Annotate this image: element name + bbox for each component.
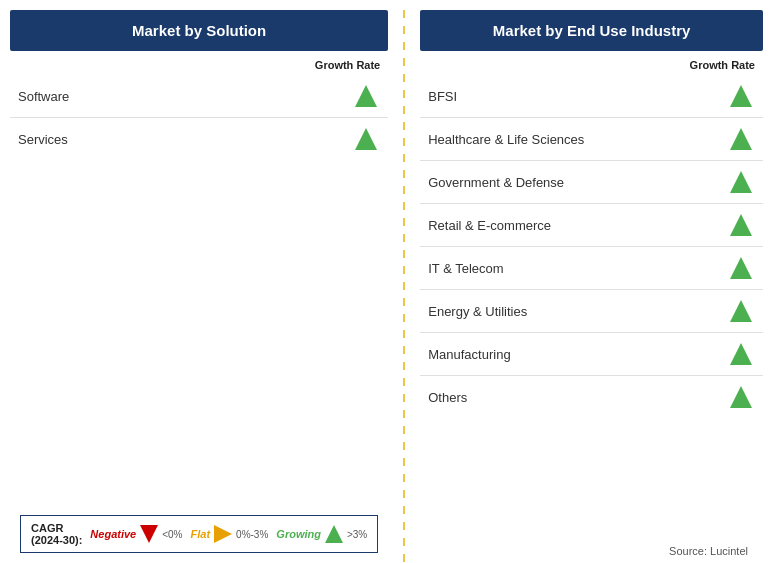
vertical-divider xyxy=(403,10,405,563)
item-label: Healthcare & Life Sciences xyxy=(428,132,727,147)
arrow-up-green-icon xyxy=(730,343,752,365)
growth-arrow-icon xyxy=(727,386,763,408)
growing-label: Growing xyxy=(276,528,321,540)
source-text: Source: Lucintel xyxy=(420,545,763,563)
negative-range: <0% xyxy=(162,529,182,540)
arrow-right-icon xyxy=(214,525,232,543)
list-item: Services xyxy=(10,118,388,160)
legend-cagr: CAGR (2024-30): xyxy=(31,522,82,546)
legend-negative: Negative <0% xyxy=(90,525,182,543)
left-growth-rate-label: Growth Rate xyxy=(10,59,388,71)
legend-container: CAGR (2024-30): Negative <0% Flat 0%-3% … xyxy=(10,507,388,563)
flat-label: Flat xyxy=(191,528,211,540)
growth-arrow-icon xyxy=(727,343,763,365)
legend-box: CAGR (2024-30): Negative <0% Flat 0%-3% … xyxy=(20,515,378,553)
list-item: BFSI xyxy=(420,75,763,118)
growth-arrow-icon xyxy=(727,214,763,236)
arrow-up-green-icon xyxy=(730,214,752,236)
item-label: Others xyxy=(428,390,727,405)
arrow-up-green-icon xyxy=(730,300,752,322)
list-item: Others xyxy=(420,376,763,418)
arrow-up-green-icon xyxy=(355,85,377,107)
list-item: Retail & E-commerce xyxy=(420,204,763,247)
legend-flat: Flat 0%-3% xyxy=(191,525,269,543)
item-label: IT & Telecom xyxy=(428,261,727,276)
item-label: Services xyxy=(18,132,352,147)
item-label: Retail & E-commerce xyxy=(428,218,727,233)
list-item: Healthcare & Life Sciences xyxy=(420,118,763,161)
growth-arrow-icon xyxy=(727,85,763,107)
arrow-up-green-icon xyxy=(730,128,752,150)
arrow-up-green-icon xyxy=(730,85,752,107)
growth-arrow-icon xyxy=(727,128,763,150)
growth-arrow-icon xyxy=(727,171,763,193)
list-item: IT & Telecom xyxy=(420,247,763,290)
arrow-up-green-icon xyxy=(730,257,752,279)
arrow-up-green-icon xyxy=(355,128,377,150)
item-label: Energy & Utilities xyxy=(428,304,727,319)
arrow-up-green-icon xyxy=(325,525,343,543)
item-label: Software xyxy=(18,89,352,104)
right-growth-rate-label: Growth Rate xyxy=(420,59,763,71)
left-header: Market by Solution xyxy=(10,10,388,51)
flat-range: 0%-3% xyxy=(236,529,268,540)
list-item: Software xyxy=(10,75,388,118)
legend-growing: Growing >3% xyxy=(276,525,367,543)
list-item: Energy & Utilities xyxy=(420,290,763,333)
left-panel: Market by Solution Growth Rate Software … xyxy=(10,10,398,563)
growth-arrow-icon xyxy=(727,257,763,279)
growth-arrow-icon xyxy=(727,300,763,322)
arrow-up-green-icon xyxy=(730,171,752,193)
growing-range: >3% xyxy=(347,529,367,540)
left-items-list: Software Services xyxy=(10,75,388,160)
list-item: Government & Defense xyxy=(420,161,763,204)
list-item: Manufacturing xyxy=(420,333,763,376)
growth-arrow-icon xyxy=(352,128,388,150)
item-label: BFSI xyxy=(428,89,727,104)
item-label: Government & Defense xyxy=(428,175,727,190)
negative-label: Negative xyxy=(90,528,136,540)
arrow-down-icon xyxy=(140,525,158,543)
growth-arrow-icon xyxy=(352,85,388,107)
arrow-up-green-icon xyxy=(730,386,752,408)
right-items-list: BFSI Healthcare & Life Sciences Governme… xyxy=(420,75,763,418)
right-panel: Market by End Use Industry Growth Rate B… xyxy=(410,10,763,563)
item-label: Manufacturing xyxy=(428,347,727,362)
right-header: Market by End Use Industry xyxy=(420,10,763,51)
